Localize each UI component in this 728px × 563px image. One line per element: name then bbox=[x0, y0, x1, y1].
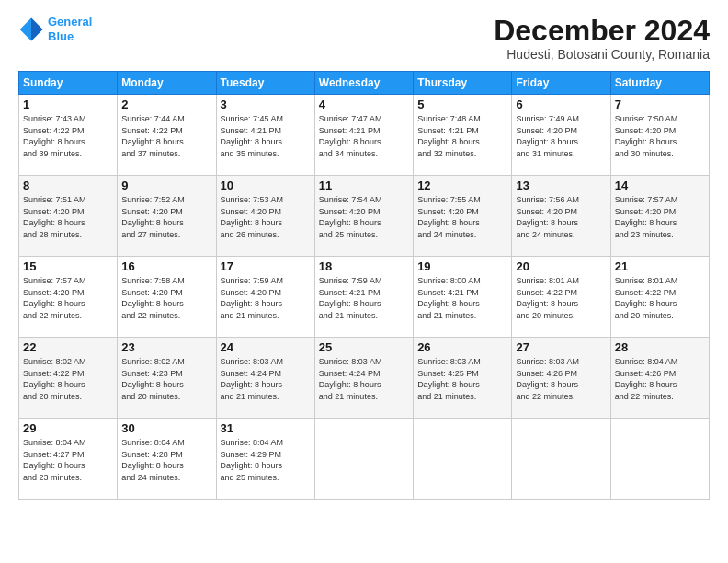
calendar-week-row: 8Sunrise: 7:51 AMSunset: 4:20 PMDaylight… bbox=[19, 176, 710, 257]
day-info: Sunrise: 8:04 AMSunset: 4:27 PMDaylight:… bbox=[23, 437, 113, 483]
table-row: 3Sunrise: 7:45 AMSunset: 4:21 PMDaylight… bbox=[216, 95, 314, 176]
day-info: Sunrise: 7:59 AMSunset: 4:21 PMDaylight:… bbox=[319, 275, 409, 321]
table-row: 28Sunrise: 8:04 AMSunset: 4:26 PMDayligh… bbox=[610, 338, 709, 419]
day-info: Sunrise: 8:03 AMSunset: 4:25 PMDaylight:… bbox=[417, 356, 507, 402]
day-number: 28 bbox=[615, 340, 705, 354]
calendar-header-row: Sunday Monday Tuesday Wednesday Thursday… bbox=[19, 72, 710, 95]
day-info: Sunrise: 8:02 AMSunset: 4:22 PMDaylight:… bbox=[23, 356, 113, 402]
day-number: 8 bbox=[23, 178, 113, 192]
col-monday: Monday bbox=[118, 72, 216, 95]
table-row: 11Sunrise: 7:54 AMSunset: 4:20 PMDayligh… bbox=[314, 176, 413, 257]
table-row: 1Sunrise: 7:43 AMSunset: 4:22 PMDaylight… bbox=[19, 95, 118, 176]
day-info: Sunrise: 8:01 AMSunset: 4:22 PMDaylight:… bbox=[516, 275, 606, 321]
table-row: 26Sunrise: 8:03 AMSunset: 4:25 PMDayligh… bbox=[414, 338, 512, 419]
day-info: Sunrise: 7:45 AMSunset: 4:21 PMDaylight:… bbox=[221, 113, 311, 159]
day-number: 26 bbox=[417, 340, 507, 354]
calendar-week-row: 29Sunrise: 8:04 AMSunset: 4:27 PMDayligh… bbox=[19, 419, 710, 500]
table-row: 27Sunrise: 8:03 AMSunset: 4:26 PMDayligh… bbox=[512, 338, 610, 419]
day-info: Sunrise: 7:52 AMSunset: 4:20 PMDaylight:… bbox=[121, 194, 211, 240]
day-number: 21 bbox=[615, 259, 705, 273]
day-number: 5 bbox=[417, 98, 507, 111]
day-info: Sunrise: 7:47 AMSunset: 4:21 PMDaylight:… bbox=[319, 113, 409, 159]
day-number: 27 bbox=[516, 340, 606, 354]
table-row: 16Sunrise: 7:58 AMSunset: 4:20 PMDayligh… bbox=[118, 257, 216, 338]
table-row: 25Sunrise: 8:03 AMSunset: 4:24 PMDayligh… bbox=[314, 338, 413, 419]
table-row: 19Sunrise: 8:00 AMSunset: 4:21 PMDayligh… bbox=[414, 257, 512, 338]
table-row: 18Sunrise: 7:59 AMSunset: 4:21 PMDayligh… bbox=[314, 257, 413, 338]
day-number: 15 bbox=[23, 259, 113, 273]
day-info: Sunrise: 8:00 AMSunset: 4:21 PMDaylight:… bbox=[417, 275, 507, 321]
day-number: 7 bbox=[615, 98, 705, 111]
col-wednesday: Wednesday bbox=[314, 72, 413, 95]
day-info: Sunrise: 7:58 AMSunset: 4:20 PMDaylight:… bbox=[121, 275, 211, 321]
day-number: 11 bbox=[319, 178, 409, 192]
day-number: 12 bbox=[417, 178, 507, 192]
day-number: 9 bbox=[121, 178, 211, 192]
day-number: 14 bbox=[615, 178, 705, 192]
table-row: 2Sunrise: 7:44 AMSunset: 4:22 PMDaylight… bbox=[118, 95, 216, 176]
day-info: Sunrise: 8:04 AMSunset: 4:28 PMDaylight:… bbox=[121, 437, 211, 483]
table-row: 5Sunrise: 7:48 AMSunset: 4:21 PMDaylight… bbox=[414, 95, 512, 176]
day-info: Sunrise: 7:54 AMSunset: 4:20 PMDaylight:… bbox=[319, 194, 409, 240]
table-row: 12Sunrise: 7:55 AMSunset: 4:20 PMDayligh… bbox=[414, 176, 512, 257]
day-info: Sunrise: 7:57 AMSunset: 4:20 PMDaylight:… bbox=[23, 275, 113, 321]
day-number: 13 bbox=[516, 178, 606, 192]
day-number: 29 bbox=[23, 421, 113, 435]
table-row: 29Sunrise: 8:04 AMSunset: 4:27 PMDayligh… bbox=[19, 419, 118, 500]
day-info: Sunrise: 8:03 AMSunset: 4:24 PMDaylight:… bbox=[221, 356, 311, 402]
table-row: 24Sunrise: 8:03 AMSunset: 4:24 PMDayligh… bbox=[216, 338, 314, 419]
table-row: 22Sunrise: 8:02 AMSunset: 4:22 PMDayligh… bbox=[19, 338, 118, 419]
day-number: 19 bbox=[417, 259, 507, 273]
day-info: Sunrise: 7:56 AMSunset: 4:20 PMDaylight:… bbox=[516, 194, 606, 240]
table-row: 8Sunrise: 7:51 AMSunset: 4:20 PMDaylight… bbox=[19, 176, 118, 257]
day-number: 4 bbox=[319, 98, 409, 111]
day-number: 1 bbox=[23, 98, 113, 111]
day-number: 20 bbox=[516, 259, 606, 273]
table-row: 6Sunrise: 7:49 AMSunset: 4:20 PMDaylight… bbox=[512, 95, 610, 176]
day-number: 3 bbox=[221, 98, 311, 111]
day-info: Sunrise: 8:02 AMSunset: 4:23 PMDaylight:… bbox=[121, 356, 211, 402]
page: General Blue December 2024 Hudesti, Boto… bbox=[0, 0, 728, 563]
table-row: 10Sunrise: 7:53 AMSunset: 4:20 PMDayligh… bbox=[216, 176, 314, 257]
table-row: 21Sunrise: 8:01 AMSunset: 4:22 PMDayligh… bbox=[610, 257, 709, 338]
col-tuesday: Tuesday bbox=[216, 72, 314, 95]
svg-marker-1 bbox=[31, 17, 42, 40]
day-number: 22 bbox=[23, 340, 113, 354]
day-info: Sunrise: 7:49 AMSunset: 4:20 PMDaylight:… bbox=[516, 113, 606, 159]
main-title: December 2024 bbox=[494, 15, 710, 47]
day-info: Sunrise: 7:55 AMSunset: 4:20 PMDaylight:… bbox=[417, 194, 507, 240]
table-row: 9Sunrise: 7:52 AMSunset: 4:20 PMDaylight… bbox=[118, 176, 216, 257]
col-sunday: Sunday bbox=[19, 72, 118, 95]
col-friday: Friday bbox=[512, 72, 610, 95]
table-row bbox=[610, 419, 709, 500]
day-number: 30 bbox=[121, 421, 211, 435]
table-row: 4Sunrise: 7:47 AMSunset: 4:21 PMDaylight… bbox=[314, 95, 413, 176]
table-row: 20Sunrise: 8:01 AMSunset: 4:22 PMDayligh… bbox=[512, 257, 610, 338]
day-number: 16 bbox=[121, 259, 211, 273]
day-info: Sunrise: 8:01 AMSunset: 4:22 PMDaylight:… bbox=[615, 275, 705, 321]
day-info: Sunrise: 8:03 AMSunset: 4:26 PMDaylight:… bbox=[516, 356, 606, 402]
day-info: Sunrise: 7:53 AMSunset: 4:20 PMDaylight:… bbox=[221, 194, 311, 240]
logo: General Blue bbox=[18, 15, 92, 43]
day-info: Sunrise: 7:48 AMSunset: 4:21 PMDaylight:… bbox=[417, 113, 507, 159]
day-number: 17 bbox=[221, 259, 311, 273]
table-row bbox=[512, 419, 610, 500]
day-info: Sunrise: 7:50 AMSunset: 4:20 PMDaylight:… bbox=[615, 113, 705, 159]
table-row: 23Sunrise: 8:02 AMSunset: 4:23 PMDayligh… bbox=[118, 338, 216, 419]
day-number: 2 bbox=[121, 98, 211, 111]
header: General Blue December 2024 Hudesti, Boto… bbox=[18, 15, 710, 62]
calendar-week-row: 15Sunrise: 7:57 AMSunset: 4:20 PMDayligh… bbox=[19, 257, 710, 338]
table-row bbox=[314, 419, 413, 500]
table-row: 13Sunrise: 7:56 AMSunset: 4:20 PMDayligh… bbox=[512, 176, 610, 257]
day-number: 6 bbox=[516, 98, 606, 111]
table-row: 17Sunrise: 7:59 AMSunset: 4:20 PMDayligh… bbox=[216, 257, 314, 338]
day-info: Sunrise: 8:04 AMSunset: 4:29 PMDaylight:… bbox=[221, 437, 311, 483]
logo-text: General Blue bbox=[48, 15, 92, 43]
table-row: 31Sunrise: 8:04 AMSunset: 4:29 PMDayligh… bbox=[216, 419, 314, 500]
day-info: Sunrise: 7:43 AMSunset: 4:22 PMDaylight:… bbox=[23, 113, 113, 159]
day-info: Sunrise: 7:57 AMSunset: 4:20 PMDaylight:… bbox=[615, 194, 705, 240]
calendar-week-row: 22Sunrise: 8:02 AMSunset: 4:22 PMDayligh… bbox=[19, 338, 710, 419]
subtitle: Hudesti, Botosani County, Romania bbox=[494, 47, 710, 62]
day-info: Sunrise: 7:51 AMSunset: 4:20 PMDaylight:… bbox=[23, 194, 113, 240]
table-row: 15Sunrise: 7:57 AMSunset: 4:20 PMDayligh… bbox=[19, 257, 118, 338]
